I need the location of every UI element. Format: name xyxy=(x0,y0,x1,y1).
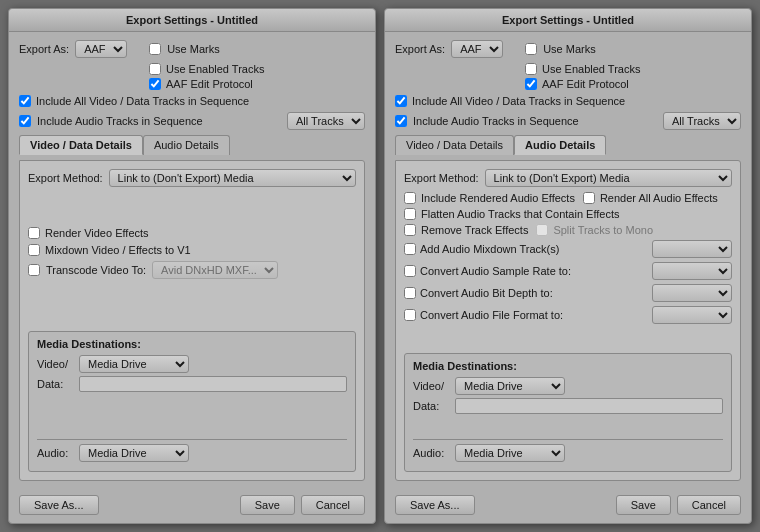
right-tab-video[interactable]: Video / Data Details xyxy=(395,135,514,155)
export-as-select[interactable]: AAF xyxy=(75,40,127,58)
use-enabled-tracks-row: Use Enabled Tracks xyxy=(149,63,365,75)
render-video-row: Render Video Effects xyxy=(28,227,356,239)
convert-sample-rate-select[interactable] xyxy=(652,262,732,280)
right-aaf-edit-protocol-row: AAF Edit Protocol xyxy=(525,78,741,90)
export-method-row: Export Method: Link to (Don't Export) Me… xyxy=(28,169,356,187)
mixdown-video-row: Mixdown Video / Effects to V1 xyxy=(28,244,356,256)
add-audio-mixdown-select[interactable] xyxy=(652,240,732,258)
export-method-select[interactable]: Link to (Don't Export) Media xyxy=(109,169,356,187)
right-include-audio-label: Include Audio Tracks in Sequence xyxy=(413,115,579,127)
include-video-row: Include All Video / Data Tracks in Seque… xyxy=(19,95,365,107)
right-use-enabled-tracks-checkbox[interactable] xyxy=(525,63,537,75)
audio-dest-select[interactable]: Media Drive xyxy=(79,444,189,462)
use-enabled-tracks-checkbox[interactable] xyxy=(149,63,161,75)
right-data-dest-label: Data: xyxy=(413,400,451,412)
convert-file-format-select[interactable] xyxy=(652,306,732,324)
right-use-enabled-tracks-row: Use Enabled Tracks xyxy=(525,63,741,75)
tab-video[interactable]: Video / Data Details xyxy=(19,135,143,155)
render-video-checkbox[interactable] xyxy=(28,227,40,239)
save-as-button[interactable]: Save As... xyxy=(19,495,99,515)
tabs: Video / Data Details Audio Details xyxy=(19,135,365,155)
right-dialog-title: Export Settings - Untitled xyxy=(385,9,751,32)
flatten-audio-checkbox[interactable] xyxy=(404,208,416,220)
all-tracks-select[interactable]: All Tracks xyxy=(287,112,365,130)
right-video-dest-label: Video/ xyxy=(413,380,451,392)
use-enabled-tracks-label: Use Enabled Tracks xyxy=(166,63,264,75)
audio-dest-label: Audio: xyxy=(37,447,75,459)
video-dest-label: Video/ xyxy=(37,358,75,370)
right-include-video-checkbox[interactable] xyxy=(395,95,407,107)
split-tracks-label: Split Tracks to Mono xyxy=(553,224,653,236)
include-rendered-audio-label: Include Rendered Audio Effects xyxy=(421,192,575,204)
use-marks-checkbox[interactable] xyxy=(149,43,161,55)
transcode-video-checkbox[interactable] xyxy=(28,264,40,276)
right-use-marks-label: Use Marks xyxy=(543,43,596,55)
left-dialog-title: Export Settings - Untitled xyxy=(9,9,375,32)
flatten-audio-label: Flatten Audio Tracks that Contain Effect… xyxy=(421,208,620,220)
transcode-video-select: Avid DNxHD MXF... xyxy=(152,261,278,279)
right-all-tracks-select[interactable]: All Tracks xyxy=(663,112,741,130)
convert-sample-rate-checkbox[interactable] xyxy=(404,265,416,277)
media-dest-title: Media Destinations: xyxy=(37,338,347,350)
include-video-checkbox[interactable] xyxy=(19,95,31,107)
right-export-method-label: Export Method: xyxy=(404,172,479,184)
tab-audio[interactable]: Audio Details xyxy=(143,135,230,155)
footer-btn-group: Save Cancel xyxy=(240,495,365,515)
audio-details: Include Rendered Audio Effects Render Al… xyxy=(404,192,732,324)
right-audio-dest-select[interactable]: Media Drive xyxy=(455,444,565,462)
right-dialog-footer: Save As... Save Cancel xyxy=(385,489,751,523)
right-cancel-button[interactable]: Cancel xyxy=(677,495,741,515)
split-tracks-checkbox xyxy=(536,224,548,236)
save-button[interactable]: Save xyxy=(240,495,295,515)
right-export-as-select[interactable]: AAF xyxy=(451,40,503,58)
export-as-row: Export As: AAF Use Marks xyxy=(19,40,365,58)
add-audio-mixdown-row: Add Audio Mixdown Track(s) xyxy=(404,240,732,258)
right-include-video-row: Include All Video / Data Tracks in Seque… xyxy=(395,95,741,107)
right-tab-audio[interactable]: Audio Details xyxy=(514,135,606,155)
right-save-button[interactable]: Save xyxy=(616,495,671,515)
left-dialog-footer: Save As... Save Cancel xyxy=(9,489,375,523)
media-destinations: Media Destinations: Video/ Media Drive D… xyxy=(28,331,356,472)
convert-sample-rate-row: Convert Audio Sample Rate to: xyxy=(404,262,732,280)
right-video-dest-select[interactable]: Media Drive xyxy=(455,377,565,395)
right-aaf-edit-protocol-label: AAF Edit Protocol xyxy=(542,78,629,90)
data-dest-input[interactable] xyxy=(79,376,347,392)
right-audio-dest-label: Audio: xyxy=(413,447,451,459)
cancel-button[interactable]: Cancel xyxy=(301,495,365,515)
convert-file-format-checkbox[interactable] xyxy=(404,309,416,321)
right-export-method-select[interactable]: Link to (Don't Export) Media xyxy=(485,169,732,187)
aaf-edit-protocol-row: AAF Edit Protocol xyxy=(149,78,365,90)
data-dest-row: Data: xyxy=(37,376,347,392)
data-dest-label: Data: xyxy=(37,378,75,390)
include-rendered-audio-checkbox[interactable] xyxy=(404,192,416,204)
remove-track-row: Remove Track Effects xyxy=(404,224,528,236)
convert-bit-depth-select[interactable] xyxy=(652,284,732,302)
convert-sample-rate-label: Convert Audio Sample Rate to: xyxy=(420,265,571,277)
include-video-label: Include All Video / Data Tracks in Seque… xyxy=(36,95,249,107)
right-tabs: Video / Data Details Audio Details xyxy=(395,135,741,155)
right-include-audio-checkbox[interactable] xyxy=(395,115,407,127)
left-dialog: Export Settings - Untitled Export As: AA… xyxy=(8,8,376,524)
video-dest-row: Video/ Media Drive xyxy=(37,355,347,373)
aaf-edit-protocol-checkbox[interactable] xyxy=(149,78,161,90)
convert-file-format-label: Convert Audio File Format to: xyxy=(420,309,563,321)
include-audio-checkbox[interactable] xyxy=(19,115,31,127)
right-export-method-row: Export Method: Link to (Don't Export) Me… xyxy=(404,169,732,187)
remove-track-checkbox[interactable] xyxy=(404,224,416,236)
include-audio-label: Include Audio Tracks in Sequence xyxy=(37,115,203,127)
right-use-enabled-tracks-label: Use Enabled Tracks xyxy=(542,63,640,75)
render-all-audio-checkbox[interactable] xyxy=(583,192,595,204)
convert-bit-depth-label: Convert Audio Bit Depth to: xyxy=(420,287,553,299)
include-rendered-audio-row: Include Rendered Audio Effects xyxy=(404,192,575,204)
right-use-marks-checkbox[interactable] xyxy=(525,43,537,55)
right-save-as-button[interactable]: Save As... xyxy=(395,495,475,515)
add-audio-mixdown-checkbox[interactable] xyxy=(404,243,416,255)
right-data-dest-input[interactable] xyxy=(455,398,723,414)
video-dest-select[interactable]: Media Drive xyxy=(79,355,189,373)
mixdown-video-checkbox[interactable] xyxy=(28,244,40,256)
include-audio-row: Include Audio Tracks in Sequence All Tra… xyxy=(19,112,365,130)
right-include-audio-row: Include Audio Tracks in Sequence All Tra… xyxy=(395,112,741,130)
transcode-video-label: Transcode Video To: xyxy=(46,264,146,276)
right-aaf-edit-protocol-checkbox[interactable] xyxy=(525,78,537,90)
convert-bit-depth-checkbox[interactable] xyxy=(404,287,416,299)
